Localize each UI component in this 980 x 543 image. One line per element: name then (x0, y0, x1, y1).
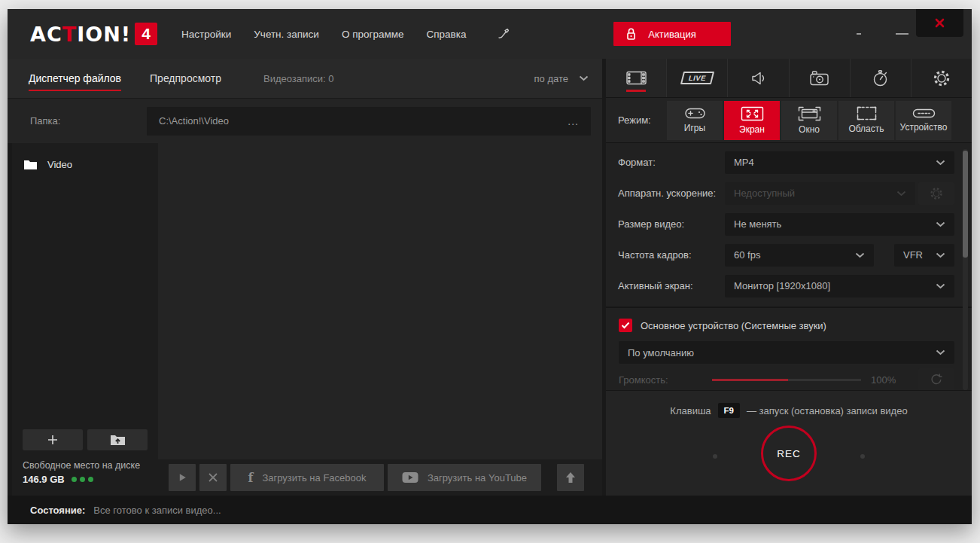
status-label: Состояние: (30, 505, 85, 516)
active-screen-row: Активный экран: Монитор [1920x1080] (606, 270, 972, 301)
play-icon (176, 471, 188, 484)
mode-label: Режим: (606, 114, 667, 126)
file-manager-header: Диспетчер файлов Предпросмотр Видеозапис… (8, 59, 602, 98)
browse-button[interactable]: ... (568, 115, 579, 127)
minimize-to-tray-button[interactable] (857, 33, 861, 35)
gear-icon (933, 69, 951, 87)
framerate-row: Частота кадров: 60 fps VFR (606, 239, 972, 270)
vfr-dropdown[interactable]: VFR (894, 244, 954, 267)
minimize-button[interactable] (896, 33, 908, 35)
add-folder-button[interactable] (23, 429, 83, 450)
chevron-down-icon (936, 349, 945, 355)
tree-item-video[interactable]: Video (12, 143, 158, 170)
tab-file-manager[interactable]: Диспетчер файлов (29, 72, 121, 84)
volume-label: Громкость: (606, 374, 712, 386)
settings-scrollbar[interactable] (963, 149, 968, 390)
menu-help[interactable]: Справка (427, 29, 467, 40)
chevron-down-icon (936, 160, 945, 166)
volume-reset-button[interactable] (918, 368, 954, 391)
framerate-dropdown[interactable]: 60 fps (725, 244, 874, 267)
audio-device-dropdown[interactable]: По умолчанию (619, 341, 954, 364)
volume-value: 100% (871, 374, 902, 386)
recordings-count: Видеозаписи: 0 (263, 73, 334, 84)
delete-button[interactable] (199, 464, 227, 491)
volume-slider-fill (712, 379, 788, 381)
play-button[interactable] (169, 464, 196, 491)
sort-dropdown[interactable]: по дате (534, 73, 589, 84)
folder-path-value: C:\Action!\Video (159, 115, 229, 127)
open-folder-button[interactable] (87, 429, 148, 450)
facebook-icon: f (248, 471, 254, 485)
disk-status-dot (88, 477, 93, 482)
chevron-down-icon (896, 191, 906, 197)
window-icon (798, 106, 821, 121)
mode-screen-button[interactable]: Экран (724, 101, 780, 140)
disk-space-value: 146.9 GB (23, 474, 65, 485)
tree-actions (12, 429, 158, 450)
disk-status-dot (72, 477, 77, 482)
upload-youtube-button[interactable]: Загрузить на YouTube (388, 464, 541, 491)
format-dropdown[interactable]: MP4 (725, 151, 954, 174)
live-streaming-tab[interactable]: LIVE (666, 59, 727, 97)
gear-icon (930, 187, 943, 200)
folder-tree-panel: Video (12, 143, 158, 496)
audio-recording-tab[interactable] (727, 59, 788, 97)
activation-button[interactable]: Активация (613, 22, 731, 46)
record-section: Клавиша F9 — запуск (остановка) записи в… (606, 390, 972, 496)
hotkey-keycap: F9 (718, 403, 740, 418)
mode-window-button[interactable]: Окно (781, 101, 837, 140)
gamepad-icon (685, 107, 705, 120)
folder-label: Папка: (8, 115, 147, 127)
recording-panel: LIVE (602, 59, 972, 496)
file-list-area: f Загрузить на Facebook Загрузить на You… (158, 143, 602, 496)
menu-accounts[interactable]: Учетн. записи (254, 29, 319, 40)
file-manager-section: Диспетчер файлов Предпросмотр Видеозапис… (8, 59, 602, 496)
folder-icon (23, 159, 38, 170)
scheduler-tab[interactable] (850, 59, 911, 97)
camera-icon (810, 71, 829, 86)
main-content: Диспетчер файлов Предпросмотр Видеозапис… (8, 59, 972, 496)
upload-facebook-button[interactable]: f Загрузить на Facebook (230, 464, 384, 491)
settings-tab[interactable] (911, 59, 972, 97)
capture-mode-tabs: LIVE (606, 59, 972, 98)
mode-device-button[interactable]: Устройство (896, 101, 951, 140)
tab-preview[interactable]: Предпросмотр (150, 72, 221, 84)
logo-text: ACTION! (30, 23, 131, 46)
capture-device-icon (912, 108, 936, 119)
mode-region-button[interactable]: Область (838, 101, 894, 140)
folder-path-input[interactable]: C:\Action!\Video ... (147, 107, 591, 136)
menu-about[interactable]: О программе (342, 29, 404, 40)
screenshot-tab[interactable] (789, 59, 850, 97)
status-text: Все готово к записи видео... (93, 505, 221, 516)
record-button[interactable]: REC (761, 426, 817, 481)
status-bar: Состояние: Все готово к записи видео... (8, 496, 972, 524)
reset-icon (930, 373, 943, 386)
export-upload-button[interactable] (557, 464, 584, 491)
screen-expand-icon (741, 106, 764, 121)
live-icon: LIVE (680, 72, 714, 84)
audio-device-checkbox[interactable] (619, 319, 632, 332)
video-capture-tab[interactable] (606, 59, 666, 97)
scrollbar-thumb[interactable] (963, 151, 968, 258)
pen-signature-icon[interactable] (495, 26, 511, 42)
video-settings: Формат: MP4 Аппаратн. ускорение: Недосту… (606, 143, 972, 395)
hw-acceleration-row: Аппаратн. ускорение: Недоступный (606, 178, 972, 209)
title-bar: ACTION! 4 Настройки Учетн. записи О прог… (8, 9, 972, 59)
menu-settings[interactable]: Настройки (181, 29, 231, 40)
check-icon (621, 322, 630, 329)
volume-slider[interactable] (712, 379, 861, 381)
close-button[interactable] (916, 9, 963, 37)
hw-acceleration-dropdown: Недоступный (725, 182, 915, 205)
active-screen-dropdown[interactable]: Монитор [1920x1080] (725, 275, 954, 297)
speaker-icon (750, 71, 766, 86)
file-manager-body: Video (8, 143, 602, 496)
youtube-icon (402, 471, 418, 484)
mode-games-button[interactable]: Игры (667, 101, 723, 140)
video-size-dropdown[interactable]: Не менять (725, 213, 954, 236)
film-icon (626, 70, 647, 86)
disk-space-label: Свободное место на диске (23, 460, 158, 471)
hotkey-suffix: — запуск (остановка) записи видео (747, 405, 908, 416)
video-size-row: Размер видео: Не менять (606, 209, 972, 239)
file-list-empty-view (158, 143, 602, 459)
logo-version-badge: 4 (135, 23, 157, 45)
